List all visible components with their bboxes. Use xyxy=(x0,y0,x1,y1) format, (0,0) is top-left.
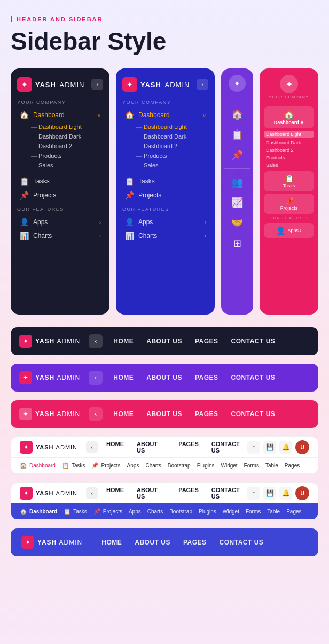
dark-dashboard-2[interactable]: Dashboard 2 xyxy=(31,141,103,151)
blue-bottom-tasks[interactable]: 📋 Tasks xyxy=(64,508,87,515)
white-nav-avatar[interactable]: U xyxy=(295,440,309,454)
purple-nav-pages[interactable]: PAGES xyxy=(195,374,218,381)
dark-charts-item[interactable]: 📊 Charts › xyxy=(17,229,103,243)
blue-apps-item[interactable]: 👤 Apps › xyxy=(122,215,208,229)
white-nav-about[interactable]: ABOUT US xyxy=(137,441,166,454)
blue-bottom-dashboard[interactable]: 🏠 Dashboard xyxy=(20,508,57,515)
dark-nav-contact[interactable]: CONTACT US xyxy=(231,338,276,345)
dark-products[interactable]: Products xyxy=(31,151,103,160)
dark-chevron-btn[interactable]: ‹ xyxy=(91,79,103,90)
purple-nav-home[interactable]: HOME xyxy=(113,374,134,381)
white-bottom-charts[interactable]: Charts xyxy=(145,463,161,469)
white-blue-nav-home[interactable]: HOME xyxy=(106,487,124,500)
white-blue-nav-chevron[interactable]: ‹ xyxy=(86,487,98,499)
dark-tasks-item[interactable]: 📋 Tasks xyxy=(17,174,103,188)
fullblue-nav-home[interactable]: HOME xyxy=(101,539,122,546)
red-dash-dark[interactable]: Dashboard Dark xyxy=(264,139,314,147)
white-bottom-bootstrap[interactable]: Bootstrap xyxy=(168,463,191,469)
white-blue-nav-pages[interactable]: PAGES xyxy=(178,487,199,500)
red-nav-pages[interactable]: PAGES xyxy=(195,410,218,418)
red-projects-btn[interactable]: 📌 Projects xyxy=(264,194,314,214)
blue-dashboard-light[interactable]: Dashboard Light xyxy=(136,122,208,132)
blue-bottom-table[interactable]: Table xyxy=(267,509,280,515)
red-tasks-btn[interactable]: 📋 Tasks xyxy=(264,171,314,191)
white-bottom-pages[interactable]: Pages xyxy=(285,463,300,469)
white-bottom-apps[interactable]: Apps xyxy=(127,463,139,469)
red-products[interactable]: Products xyxy=(264,154,314,162)
dark-nav-chevron[interactable]: ‹ xyxy=(89,334,103,348)
white-bottom-plugins[interactable]: Plugins xyxy=(197,463,215,469)
blue-bottom-pages[interactable]: Pages xyxy=(286,509,301,515)
blue-dashboard-2[interactable]: Dashboard 2 xyxy=(136,141,208,151)
blue-bottom-plugins[interactable]: Plugins xyxy=(199,509,216,515)
purple-people-item[interactable]: 👥 xyxy=(231,173,243,191)
blue-bottom-projects[interactable]: 📌 Projects xyxy=(93,508,122,515)
red-apps-btn[interactable]: 👤 Apps › xyxy=(264,223,314,238)
purple-nav-contact[interactable]: CONTACT US xyxy=(231,374,276,381)
dark-dashboard-light[interactable]: Dashboard Light xyxy=(31,122,103,132)
purple-nav-chevron[interactable]: ‹ xyxy=(89,371,103,385)
purple-project-item[interactable]: 📌 xyxy=(231,146,243,164)
blue-projects-item[interactable]: 📌 Projects xyxy=(122,188,208,202)
blue-bottom-widget[interactable]: Widget xyxy=(223,509,239,515)
red-sales[interactable]: Sales xyxy=(264,162,314,169)
white-blue-nav-avatar[interactable]: U xyxy=(295,486,309,500)
white-nav-bell-btn[interactable]: 🔔 xyxy=(279,441,292,454)
red-dash-light[interactable]: Dashboard Light xyxy=(264,131,314,138)
blue-dashboard-item[interactable]: 🏠 Dashboard ∨ xyxy=(122,108,208,122)
blue-charts-item[interactable]: 📊 Charts › xyxy=(122,229,208,243)
purple-nav-about[interactable]: ABOUT US xyxy=(146,374,182,381)
white-bottom-widget[interactable]: Widget xyxy=(221,463,237,469)
white-bottom-tasks[interactable]: 📋 Tasks xyxy=(62,462,85,469)
white-bottom-dashboard[interactable]: 🏠 Dashboard xyxy=(20,462,56,469)
blue-dashboard-dark[interactable]: Dashboard Dark xyxy=(136,132,208,141)
red-nav-chevron[interactable]: ‹ xyxy=(89,407,103,421)
red-nav-contact[interactable]: CONTACT US xyxy=(231,410,276,418)
dark-projects-item[interactable]: 📌 Projects xyxy=(17,188,103,202)
dark-dashboard-dark[interactable]: Dashboard Dark xyxy=(31,132,103,141)
white-bottom-forms[interactable]: Forms xyxy=(244,463,259,469)
blue-bottom-apps[interactable]: Apps xyxy=(129,509,141,515)
white-nav-actions: ↑ 💾 🔔 U xyxy=(247,440,309,454)
dark-nav-pages[interactable]: PAGES xyxy=(195,338,218,345)
white-nav-home[interactable]: HOME xyxy=(106,441,124,454)
white-blue-nav-about[interactable]: ABOUT US xyxy=(137,487,166,500)
dark-sales[interactable]: Sales xyxy=(31,160,103,170)
blue-bottom-forms[interactable]: Forms xyxy=(246,509,261,515)
white-bottom-projects[interactable]: 📌 Projects xyxy=(91,462,120,469)
red-dash-2[interactable]: Dashboard 2 xyxy=(264,147,314,154)
red-nav-about[interactable]: ABOUT US xyxy=(146,410,182,418)
red-nav-home[interactable]: HOME xyxy=(113,410,134,418)
blue-bottom-charts[interactable]: Charts xyxy=(147,509,163,515)
red-dashboard-btn[interactable]: 🏠 Dashboard ∨ xyxy=(264,106,314,128)
blue-bottom-bootstrap[interactable]: Bootstrap xyxy=(169,509,192,515)
blue-sales[interactable]: Sales xyxy=(136,160,208,170)
white-nav-upload-btn[interactable]: ↑ xyxy=(247,441,260,454)
white-bottom-table[interactable]: Table xyxy=(265,463,278,469)
blue-tasks-item[interactable]: 📋 Tasks xyxy=(122,174,208,188)
fullblue-nav-about[interactable]: ABOUT US xyxy=(135,539,170,546)
dark-nav-about[interactable]: ABOUT US xyxy=(146,338,182,345)
white-blue-nav-upload-btn[interactable]: ↑ xyxy=(247,487,260,500)
fullblue-nav-contact[interactable]: CONTACT US xyxy=(220,539,264,546)
purple-home-item[interactable]: 🏠 xyxy=(231,105,243,124)
dark-apps-item[interactable]: 👤 Apps › xyxy=(17,215,103,229)
purple-heart-item[interactable]: 🤝 xyxy=(231,214,243,232)
blue-chevron-btn[interactable]: ‹ xyxy=(197,79,208,90)
white-blue-nav-contact[interactable]: CONTACT US xyxy=(212,487,247,500)
white-nav-chevron[interactable]: ‹ xyxy=(86,441,98,453)
dark-nav-home[interactable]: HOME xyxy=(113,338,134,345)
white-blue-nav-save-btn[interactable]: 💾 xyxy=(263,487,276,500)
white-nav-contact[interactable]: CONTACT US xyxy=(212,441,247,454)
white-blue-nav-actions: ↑ 💾 🔔 U xyxy=(247,486,309,500)
white-blue-nav-bell-btn[interactable]: 🔔 xyxy=(279,487,292,500)
purple-task-item[interactable]: 📋 xyxy=(231,126,243,144)
fullblue-nav-pages[interactable]: PAGES xyxy=(183,539,207,546)
white-nav-save-btn[interactable]: 💾 xyxy=(263,441,276,454)
blue-products[interactable]: Products xyxy=(136,151,208,160)
white-bottom-projects-icon: 📌 xyxy=(91,462,99,469)
dark-dashboard-item[interactable]: 🏠 Dashboard ∨ xyxy=(17,108,103,122)
purple-grid-item[interactable]: ⊞ xyxy=(233,234,241,252)
white-nav-pages[interactable]: PAGES xyxy=(178,441,199,454)
purple-chart-item[interactable]: 📈 xyxy=(231,194,243,212)
